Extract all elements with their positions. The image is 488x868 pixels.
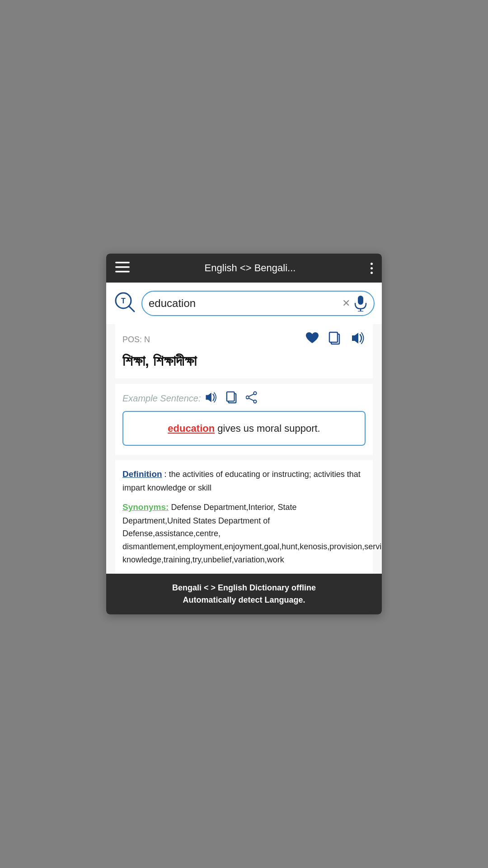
svg-line-5 — [129, 306, 134, 311]
translation-section: POS: N — [115, 324, 373, 378]
mic-icon[interactable] — [354, 295, 367, 311]
example-section: Example Sentence: — [115, 384, 373, 455]
pos-label: POS: N — [122, 335, 150, 344]
definition-section: Definition : the activities of educating… — [115, 460, 373, 574]
example-speaker-icon[interactable] — [204, 392, 218, 405]
hamburger-icon[interactable] — [115, 262, 130, 274]
action-icons — [305, 331, 366, 348]
svg-rect-6 — [358, 296, 363, 305]
footer: Bengali < > English Dictionary offline A… — [106, 574, 382, 614]
search-input[interactable] — [149, 297, 338, 310]
svg-text:T: T — [121, 297, 126, 305]
svg-marker-12 — [206, 393, 211, 402]
synonyms-label: Synonyms: — [122, 502, 169, 512]
svg-point-17 — [246, 396, 249, 399]
bengali-translation: শিক্ষা, শিক্ষাদীক্ষা — [122, 353, 366, 369]
synonyms-text: Defense Department,Interior, State Depar… — [122, 503, 382, 564]
example-keyword: education — [168, 423, 215, 434]
example-share-icon[interactable] — [246, 391, 258, 406]
svg-marker-11 — [352, 333, 358, 344]
text-search-icon: T — [113, 291, 137, 316]
footer-line1: Bengali < > English Dictionary offline — [115, 582, 373, 594]
example-rest: gives us moral support. — [215, 423, 320, 434]
svg-line-18 — [249, 394, 254, 397]
clear-icon[interactable]: ✕ — [342, 297, 350, 309]
copy-icon[interactable] — [328, 331, 341, 348]
main-content: POS: N — [106, 324, 382, 574]
speaker-icon[interactable] — [350, 332, 366, 348]
favorite-icon[interactable] — [305, 332, 319, 348]
search-section: T ✕ — [106, 283, 382, 324]
toolbar: English <> Bengali... — [106, 254, 382, 283]
example-sentence-label: Example Sentence: — [122, 393, 201, 404]
svg-rect-10 — [329, 332, 338, 342]
example-copy-icon[interactable] — [226, 391, 238, 406]
app-container: English <> Bengali... T ✕ — [106, 254, 382, 614]
svg-rect-0 — [115, 262, 130, 264]
synonyms-paragraph: Synonyms: Defense Department,Interior, S… — [122, 500, 366, 566]
definition-paragraph: Definition : the activities of educating… — [122, 467, 366, 494]
svg-point-15 — [254, 392, 257, 395]
search-input-wrapper[interactable]: ✕ — [141, 291, 375, 316]
definition-colon: : — [162, 470, 169, 479]
example-action-icons — [204, 391, 258, 406]
pos-row: POS: N — [122, 331, 366, 348]
svg-point-16 — [254, 400, 257, 403]
svg-rect-2 — [115, 271, 130, 273]
toolbar-title: English <> Bengali... — [205, 262, 296, 274]
more-options-icon[interactable] — [371, 263, 373, 274]
definition-label: Definition — [122, 469, 162, 479]
svg-rect-1 — [115, 266, 130, 268]
svg-line-19 — [249, 398, 254, 401]
footer-line2: Automatically detect Language. — [115, 594, 373, 606]
example-header: Example Sentence: — [122, 391, 366, 406]
svg-rect-14 — [227, 392, 235, 401]
example-box: education gives us moral support. — [122, 411, 366, 446]
